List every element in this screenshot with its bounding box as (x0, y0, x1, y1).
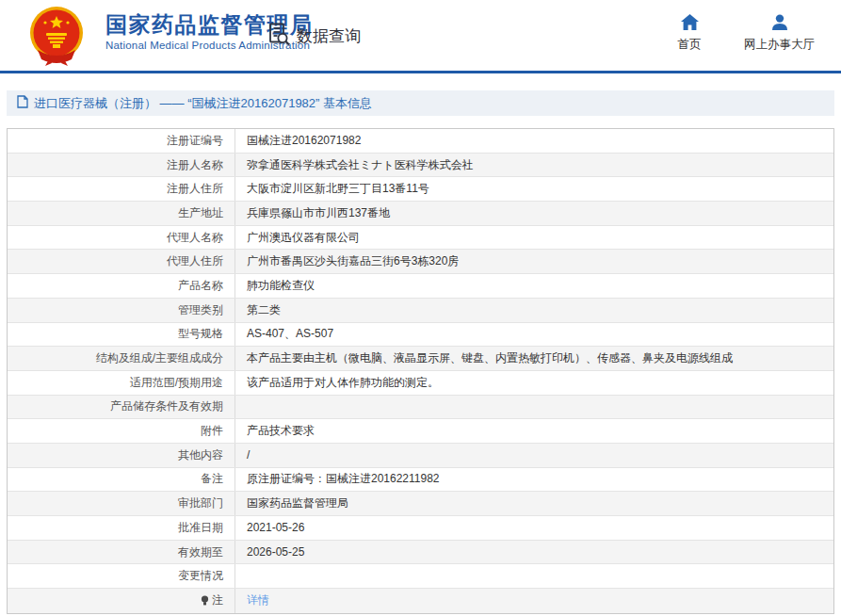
row-value (235, 396, 833, 419)
row-value: 广州市番禺区沙头街嘉品三街6号3栋320房 (235, 250, 833, 273)
row-label-text: 其他内容 (178, 447, 223, 463)
header-divider (0, 71, 841, 73)
table-row: 注册人名称弥拿通医科学株式会社ミナト医科学株式会社 (8, 154, 833, 178)
home-icon (681, 14, 699, 33)
table-row: 型号规格AS-407、AS-507 (8, 323, 833, 348)
bulb-icon (201, 595, 209, 607)
row-value: 国械注进20162071982 (235, 129, 833, 153)
row-label: 有效期至 (8, 541, 235, 564)
row-label: 批准日期 (8, 516, 235, 540)
table-row: 产品名称肺功能检查仪 (8, 274, 833, 299)
table-row: 备注原注册证编号：国械注进20162211982 (8, 468, 833, 493)
table-row: 适用范围/预期用途该产品适用于对人体作肺功能的测定。 (8, 371, 833, 396)
row-label-text: 管理类别 (178, 302, 223, 318)
row-value-text: 肺功能检查仪 (247, 278, 315, 294)
document-icon (17, 95, 28, 111)
row-label: 产品名称 (8, 274, 235, 298)
national-emblem-logo (25, 5, 88, 67)
table-row: 批准日期2021-05-26 (8, 516, 833, 541)
table-row: 管理类别第二类 (8, 299, 833, 323)
table-row: 变更情况 (8, 564, 833, 589)
row-value: / (235, 444, 833, 467)
row-label-text: 注册人住所 (167, 181, 223, 197)
row-value: 原注册证编号：国械注进20162211982 (235, 468, 833, 492)
row-value-text: 广州市番禺区沙头街嘉品三街6号3栋320房 (247, 253, 459, 269)
table-row: 产品储存条件及有效期 (8, 396, 833, 420)
row-value: 第二类 (235, 299, 833, 322)
row-value: 2021-05-26 (235, 516, 833, 540)
data-query-label: 数据查询 (297, 25, 361, 47)
row-value-text: 2026-05-25 (247, 545, 304, 559)
table-row: 有效期至2026-05-25 (8, 541, 833, 565)
table-row: 结构及组成/主要组成成分本产品主要由主机（微电脑、液晶显示屏、键盘、内置热敏打印… (8, 347, 833, 371)
row-value-text: 国械注进20162071982 (247, 133, 361, 149)
row-value-text: 弥拿通医科学株式会社ミナト医科学株式会社 (247, 157, 474, 173)
row-label-text: 结构及组成/主要组成成分 (96, 350, 223, 366)
row-label-text: 备注 (201, 471, 223, 487)
row-label: 其他内容 (8, 444, 235, 467)
row-value: 兵庫県篠山市市川西137番地 (235, 202, 833, 225)
row-label-text: 代理人名称 (167, 230, 223, 246)
row-value-text: 广州澳迅仪器有限公司 (247, 230, 360, 246)
row-value: 广州澳迅仪器有限公司 (235, 226, 833, 250)
row-value-text: 国家药品监督管理局 (247, 495, 348, 511)
row-label: 产品储存条件及有效期 (8, 396, 235, 419)
nav-item-label: 网上办事大厅 (744, 37, 815, 53)
row-label: 注册人名称 (8, 154, 235, 177)
row-value-text: 该产品适用于对人体作肺功能的测定。 (247, 375, 439, 391)
registration-info-table: 注册证编号国械注进20162071982注册人名称弥拿通医科学株式会社ミナト医科… (7, 128, 834, 614)
row-label-text: 产品储存条件及有效期 (110, 398, 223, 414)
detail-link[interactable]: 详情 (247, 592, 269, 608)
data-query-link[interactable]: 数据查询 (267, 22, 361, 51)
nav-item-home[interactable]: 首页 (667, 14, 712, 53)
row-label-text: 审批部门 (178, 495, 223, 511)
row-value-text: 第二类 (247, 302, 281, 318)
row-label-text: 代理人住所 (167, 253, 223, 269)
table-row: 注册证编号国械注进20162071982 (8, 129, 833, 154)
row-label: 变更情况 (8, 564, 235, 588)
row-value-text: 2021-05-26 (247, 521, 304, 534)
nav-item-service-hall[interactable]: 网上办事大厅 (744, 14, 815, 53)
row-value: 本产品主要由主机（微电脑、液晶显示屏、键盘、内置热敏打印机）、传感器、鼻夹及电源… (235, 347, 833, 370)
user-icon (771, 14, 788, 33)
row-value: 肺功能检查仪 (235, 274, 833, 298)
row-value: 该产品适用于对人体作肺功能的测定。 (235, 371, 833, 395)
page-header: 国家药品监督管理局 National Medical Products Admi… (0, 0, 841, 71)
header-nav: 首页 网上办事大厅 (667, 14, 815, 53)
table-row: 注详情 (8, 589, 833, 613)
row-label-text: 有效期至 (178, 544, 223, 560)
table-row: 代理人名称广州澳迅仪器有限公司 (8, 226, 833, 251)
row-label-text: 注册证编号 (167, 133, 223, 149)
row-value-text: 产品技术要求 (247, 423, 315, 439)
row-value-text: 原注册证编号：国械注进20162211982 (247, 471, 440, 487)
row-value: 大阪市淀川区新北野三丁目13番11号 (235, 177, 833, 201)
row-value: 详情 (235, 589, 833, 613)
table-row: 注册人住所大阪市淀川区新北野三丁目13番11号 (8, 177, 833, 202)
row-label: 结构及组成/主要组成成分 (8, 347, 235, 370)
row-label-text: 注册人名称 (167, 157, 223, 173)
row-label: 注册证编号 (8, 129, 235, 153)
row-label: 管理类别 (8, 299, 235, 322)
row-value: 2026-05-25 (235, 541, 833, 564)
row-label: 适用范围/预期用途 (8, 371, 235, 395)
row-value-text: 本产品主要由主机（微电脑、液晶显示屏、键盘、内置热敏打印机）、传感器、鼻夹及电源… (247, 350, 733, 366)
row-value: 产品技术要求 (235, 419, 833, 443)
breadcrumb-text: 进口医疗器械（注册） —— “国械注进20162071982” 基本信息 (34, 95, 372, 112)
row-value: AS-407、AS-507 (235, 323, 833, 347)
row-label-text: 生产地址 (178, 205, 223, 221)
row-label: 代理人住所 (8, 250, 235, 273)
data-query-icon (267, 22, 292, 51)
row-value (235, 564, 833, 588)
row-value-text: 兵庫県篠山市市川西137番地 (247, 205, 390, 221)
row-label-text: 附件 (201, 423, 223, 439)
row-label-text: 型号规格 (178, 326, 223, 342)
row-label: 附件 (8, 419, 235, 443)
table-row: 代理人住所广州市番禺区沙头街嘉品三街6号3栋320房 (8, 250, 833, 274)
row-value: 国家药品监督管理局 (235, 492, 833, 515)
table-row: 其他内容/ (8, 444, 833, 468)
row-value-text: AS-407、AS-507 (247, 326, 333, 342)
row-label: 注 (8, 589, 235, 613)
table-row: 附件产品技术要求 (8, 419, 833, 444)
row-label-text: 批准日期 (178, 520, 223, 536)
row-label-text: 变更情况 (178, 568, 223, 584)
